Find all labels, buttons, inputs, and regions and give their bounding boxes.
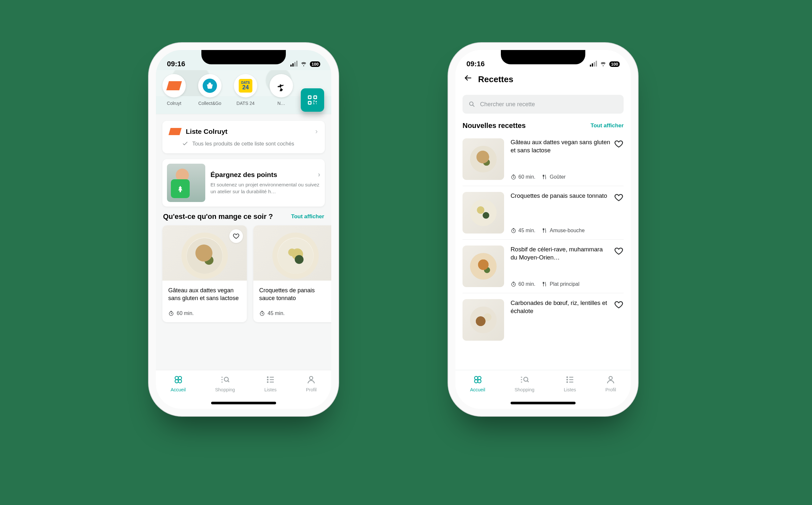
list-subtitle: Tous les produits de cette liste sont co…: [192, 141, 294, 147]
recipe-card[interactable]: Gâteau aux dattes vegan sans gluten et s…: [162, 225, 247, 322]
timer-icon: [511, 228, 516, 233]
profile-icon: [606, 375, 616, 384]
recipe-card[interactable]: Croquettes de panais sauce tonnato 45 mi…: [253, 225, 331, 322]
page-title: Recettes: [478, 74, 513, 85]
shopping-icon: [220, 375, 230, 384]
tonight-carousel[interactable]: Gâteau aux dattes vegan sans gluten et s…: [162, 225, 325, 322]
runner-icon: [275, 79, 288, 92]
svg-point-12: [267, 382, 268, 382]
recipe-image: [253, 225, 331, 281]
story-colruyt[interactable]: Colruyt: [162, 74, 186, 106]
qr-icon: [307, 95, 318, 106]
dats24-logo-icon: DATS24: [239, 79, 253, 93]
svg-point-11: [267, 379, 268, 380]
phone-home: 09:16 100 Colruyt: [156, 50, 331, 409]
tab-listes[interactable]: Listes: [564, 375, 576, 392]
favorite-button[interactable]: [614, 193, 624, 202]
show-all-link[interactable]: Tout afficher: [591, 123, 624, 129]
svg-point-6: [178, 376, 182, 380]
timer-icon: [511, 281, 516, 287]
svg-point-19: [478, 376, 481, 380]
list-icon: [565, 375, 575, 384]
story-dats24[interactable]: DATS24 DATS 24: [233, 74, 258, 106]
svg-point-14: [470, 102, 473, 106]
recipe-row[interactable]: Rosbif de céleri-rave, muhammara du Moye…: [463, 240, 624, 293]
svg-point-25: [567, 382, 568, 382]
points-subtitle: Et soutenez un projet environnemental ou…: [210, 182, 320, 195]
home-indicator[interactable]: [211, 402, 276, 404]
list-title: Liste Colruyt: [186, 128, 310, 135]
home-content: Liste Colruyt › Tous les produits de cet…: [156, 114, 331, 370]
notch: [501, 50, 585, 64]
favorite-button[interactable]: [614, 139, 624, 149]
tab-profil[interactable]: Profil: [306, 375, 317, 392]
points-card[interactable]: Épargnez des points › Et soutenez un pro…: [162, 159, 325, 206]
recipe-image: [162, 225, 247, 281]
phone-recipes: 09:16 100 Recettes Chercher une recette: [455, 50, 631, 409]
recipe-image: [463, 299, 504, 341]
svg-point-13: [310, 376, 313, 380]
timer-icon: [259, 311, 265, 316]
story-collectgo[interactable]: Collect&Go: [197, 74, 222, 106]
recipe-title: Rosbif de céleri-rave, muhammara du Moye…: [511, 245, 611, 262]
svg-point-10: [267, 377, 268, 378]
list-icon: [266, 375, 276, 384]
recipe-title: Carbonades de bœuf, riz, lentilles et éc…: [511, 299, 611, 315]
search-input[interactable]: Chercher une recette: [463, 95, 624, 114]
chevron-right-icon: ›: [318, 170, 320, 179]
svg-point-20: [475, 380, 478, 383]
chevron-right-icon: ›: [315, 127, 318, 136]
back-button[interactable]: [464, 74, 472, 85]
wifi-icon: [300, 61, 307, 66]
shopping-icon: [520, 375, 529, 384]
status-time: 09:16: [466, 60, 485, 68]
show-all-link[interactable]: Tout afficher: [291, 213, 324, 220]
svg-point-7: [175, 380, 178, 383]
tree-icon: [176, 184, 184, 195]
notch: [201, 50, 286, 64]
tab-profil[interactable]: Profil: [606, 375, 616, 392]
favorite-button[interactable]: [229, 229, 243, 243]
favorite-button[interactable]: [614, 300, 624, 310]
heart-icon: [232, 232, 240, 240]
timer-icon: [511, 174, 516, 180]
timer-icon: [168, 311, 174, 316]
recipe-row[interactable]: Carbonades de bœuf, riz, lentilles et éc…: [463, 293, 624, 346]
home-icon: [473, 375, 483, 384]
points-image: [167, 164, 205, 202]
cellular-icon: [290, 61, 298, 66]
tab-accueil[interactable]: Accueil: [171, 375, 186, 392]
battery-icon: 100: [609, 61, 620, 67]
wifi-icon: [600, 61, 607, 66]
svg-rect-0: [308, 96, 311, 99]
status-time: 09:16: [167, 60, 185, 68]
new-recipes-head: Nouvelles recettes Tout afficher: [463, 122, 624, 130]
svg-point-22: [524, 377, 528, 382]
favorite-button[interactable]: [614, 246, 624, 256]
recipe-title: Gâteau aux dattes vegan sans gluten et s…: [162, 281, 247, 311]
list-colruyt-card[interactable]: Liste Colruyt › Tous les produits de cet…: [162, 121, 325, 153]
recipe-image: [463, 245, 504, 287]
screen-recipes: 09:16 100 Recettes Chercher une recette: [455, 50, 631, 409]
basket-icon: [203, 78, 217, 93]
colruyt-logo-icon: [166, 81, 182, 90]
story-next[interactable]: N…: [269, 74, 294, 106]
cutlery-icon: [542, 228, 547, 233]
home-indicator[interactable]: [511, 402, 576, 404]
search-icon: [468, 101, 476, 108]
svg-point-24: [567, 379, 568, 380]
recipe-row[interactable]: Gâteau aux dattes vegan sans gluten et s…: [463, 133, 624, 186]
section-title: Nouvelles recettes: [463, 122, 591, 130]
arrow-left-icon: [464, 74, 472, 82]
search-placeholder: Chercher une recette: [480, 101, 535, 108]
tab-shopping[interactable]: Shopping: [514, 375, 534, 392]
recipe-row[interactable]: Croquettes de panais sauce tonnato 45 mi…: [463, 186, 624, 240]
svg-point-23: [567, 377, 568, 378]
tab-accueil[interactable]: Accueil: [470, 375, 485, 392]
profile-icon: [306, 375, 316, 384]
tab-shopping[interactable]: Shopping: [215, 375, 235, 392]
recipe-image: [463, 138, 504, 180]
qr-scan-button[interactable]: [301, 88, 324, 112]
tab-listes[interactable]: Listes: [265, 375, 277, 392]
recipe-title: Gâteau aux dattes vegan sans gluten et s…: [511, 138, 611, 155]
